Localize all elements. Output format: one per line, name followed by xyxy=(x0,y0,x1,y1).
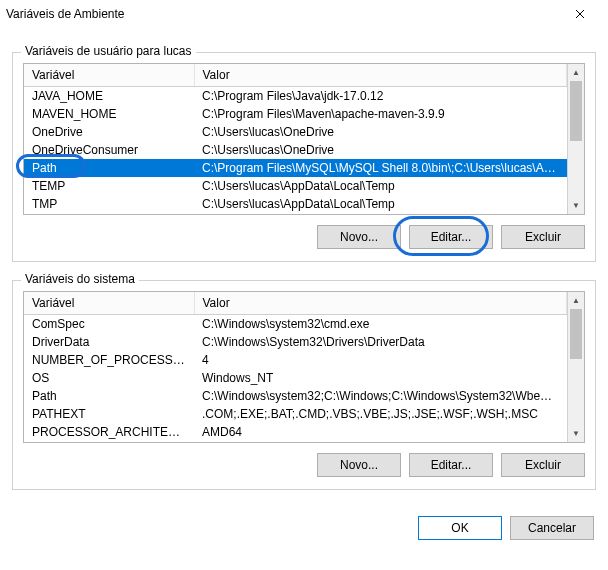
scrollbar-thumb[interactable] xyxy=(570,81,582,141)
cell-value: C:\Windows\system32;C:\Windows;C:\Window… xyxy=(194,387,567,405)
cell-variable: NUMBER_OF_PROCESSORS xyxy=(24,351,194,369)
cell-value: C:\Program Files\Maven\apache-maven-3.9.… xyxy=(194,105,567,123)
cell-value: C:\Users\lucas\OneDrive xyxy=(194,141,567,159)
table-row[interactable]: NUMBER_OF_PROCESSORS4 xyxy=(24,351,567,369)
cell-value: C:\Users\lucas\AppData\Local\Temp xyxy=(194,195,567,213)
table-row[interactable]: OneDriveConsumerC:\Users\lucas\OneDrive xyxy=(24,141,567,159)
cell-variable: PROCESSOR_ARCHITECTURE xyxy=(24,423,194,441)
ok-button[interactable]: OK xyxy=(418,516,502,540)
cell-variable: JAVA_HOME xyxy=(24,87,194,106)
user-col-variable[interactable]: Variável xyxy=(24,64,194,87)
user-edit-button[interactable]: Editar... xyxy=(409,225,493,249)
cell-variable: OneDriveConsumer xyxy=(24,141,194,159)
cell-value: Windows_NT xyxy=(194,369,567,387)
titlebar: Variáveis de Ambiente xyxy=(0,0,608,28)
table-row[interactable]: OSWindows_NT xyxy=(24,369,567,387)
cell-value: C:\Windows\System32\Drivers\DriverData xyxy=(194,333,567,351)
table-row[interactable]: PATHEXT.COM;.EXE;.BAT;.CMD;.VBS;.VBE;.JS… xyxy=(24,405,567,423)
cell-variable: MAVEN_HOME xyxy=(24,105,194,123)
system-col-value[interactable]: Valor xyxy=(194,292,567,315)
table-row[interactable]: TEMPC:\Users\lucas\AppData\Local\Temp xyxy=(24,177,567,195)
cell-value: AMD64 xyxy=(194,423,567,441)
cell-value: C:\Program Files\Java\jdk-17.0.12 xyxy=(194,87,567,106)
user-button-row: Novo... Editar... Excluir xyxy=(23,225,585,249)
cancel-button[interactable]: Cancelar xyxy=(510,516,594,540)
dialog-button-row: OK Cancelar xyxy=(12,516,596,540)
user-delete-button[interactable]: Excluir xyxy=(501,225,585,249)
cell-value: .COM;.EXE;.BAT;.CMD;.VBS;.VBE;.JS;.JSE;.… xyxy=(194,405,567,423)
table-row[interactable]: MAVEN_HOMEC:\Program Files\Maven\apache-… xyxy=(24,105,567,123)
table-row[interactable]: TMPC:\Users\lucas\AppData\Local\Temp xyxy=(24,195,567,213)
scroll-up-icon[interactable]: ▲ xyxy=(568,64,584,81)
cell-variable: DriverData xyxy=(24,333,194,351)
cell-variable: ComSpec xyxy=(24,315,194,334)
cell-value: C:\Program Files\MySQL\MySQL Shell 8.0\b… xyxy=(194,159,567,177)
cell-variable: OS xyxy=(24,369,194,387)
system-scrollbar[interactable]: ▲ ▼ xyxy=(567,292,584,442)
system-variables-label: Variáveis do sistema xyxy=(21,272,139,286)
cell-value: C:\Users\lucas\OneDrive xyxy=(194,123,567,141)
system-variables-table[interactable]: Variável Valor ComSpecC:\Windows\system3… xyxy=(23,291,585,443)
system-variables-group: Variáveis do sistema Variável Valor ComS… xyxy=(12,280,596,490)
system-edit-button[interactable]: Editar... xyxy=(409,453,493,477)
cell-variable: Path xyxy=(24,387,194,405)
system-new-button[interactable]: Novo... xyxy=(317,453,401,477)
table-row[interactable]: OneDriveC:\Users\lucas\OneDrive xyxy=(24,123,567,141)
cell-value: 4 xyxy=(194,351,567,369)
cell-value: C:\Users\lucas\AppData\Local\Temp xyxy=(194,177,567,195)
user-variables-group: Variáveis de usuário para lucas Variável… xyxy=(12,52,596,262)
cell-variable: Path xyxy=(24,159,194,177)
cell-variable: TEMP xyxy=(24,177,194,195)
cell-variable: PATHEXT xyxy=(24,405,194,423)
cell-variable: TMP xyxy=(24,195,194,213)
table-row[interactable]: JAVA_HOMEC:\Program Files\Java\jdk-17.0.… xyxy=(24,87,567,106)
scroll-down-icon[interactable]: ▼ xyxy=(568,197,584,214)
cell-variable: OneDrive xyxy=(24,123,194,141)
system-col-variable[interactable]: Variável xyxy=(24,292,194,315)
system-button-row: Novo... Editar... Excluir xyxy=(23,453,585,477)
scrollbar-thumb[interactable] xyxy=(570,309,582,359)
user-scrollbar[interactable]: ▲ ▼ xyxy=(567,64,584,214)
scroll-up-icon[interactable]: ▲ xyxy=(568,292,584,309)
user-new-button[interactable]: Novo... xyxy=(317,225,401,249)
close-icon xyxy=(575,9,585,19)
table-row[interactable]: PROCESSOR_ARCHITECTUREAMD64 xyxy=(24,423,567,441)
cell-value: C:\Windows\system32\cmd.exe xyxy=(194,315,567,334)
table-row[interactable]: PathC:\Program Files\MySQL\MySQL Shell 8… xyxy=(24,159,567,177)
scroll-down-icon[interactable]: ▼ xyxy=(568,425,584,442)
user-variables-table[interactable]: Variável Valor JAVA_HOMEC:\Program Files… xyxy=(23,63,585,215)
table-row[interactable]: DriverDataC:\Windows\System32\Drivers\Dr… xyxy=(24,333,567,351)
close-button[interactable] xyxy=(560,2,600,26)
user-col-value[interactable]: Valor xyxy=(194,64,567,87)
table-row[interactable]: ComSpecC:\Windows\system32\cmd.exe xyxy=(24,315,567,334)
window-title: Variáveis de Ambiente xyxy=(6,7,125,21)
system-delete-button[interactable]: Excluir xyxy=(501,453,585,477)
table-row[interactable]: PathC:\Windows\system32;C:\Windows;C:\Wi… xyxy=(24,387,567,405)
user-variables-label: Variáveis de usuário para lucas xyxy=(21,44,196,58)
